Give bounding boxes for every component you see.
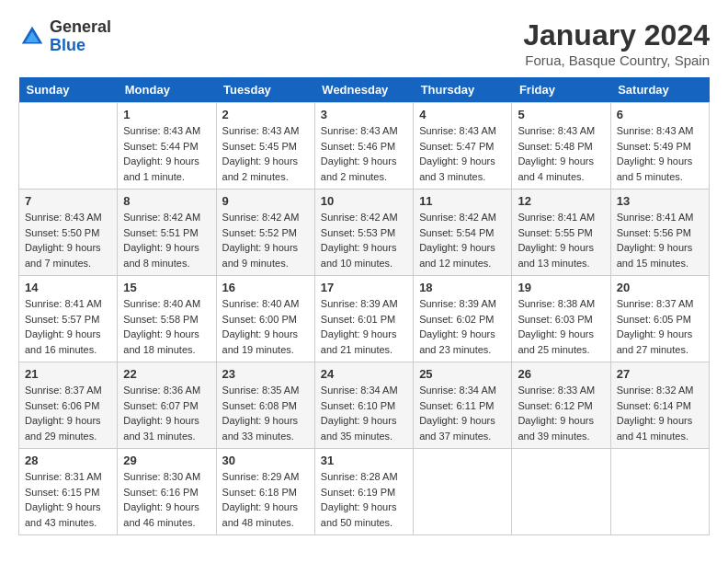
day-header-thursday: Thursday xyxy=(414,77,512,103)
week-row-1: 1 Sunrise: 8:43 AMSunset: 5:44 PMDayligh… xyxy=(19,103,710,190)
day-cell: 21 Sunrise: 8:37 AMSunset: 6:06 PMDaylig… xyxy=(19,362,118,449)
week-row-5: 28 Sunrise: 8:31 AMSunset: 6:15 PMDaylig… xyxy=(19,449,710,535)
day-number: 27 xyxy=(617,367,703,381)
day-cell: 30 Sunrise: 8:29 AMSunset: 6:18 PMDaylig… xyxy=(216,449,314,535)
cell-content: Sunrise: 8:42 AMSunset: 5:52 PMDaylight:… xyxy=(222,212,300,269)
day-cell: 26 Sunrise: 8:33 AMSunset: 6:12 PMDaylig… xyxy=(512,362,610,449)
day-cell: 11 Sunrise: 8:42 AMSunset: 5:54 PMDaylig… xyxy=(414,190,512,276)
day-number: 5 xyxy=(518,108,604,121)
logo-text: General Blue xyxy=(50,18,111,55)
cell-content: Sunrise: 8:31 AMSunset: 6:15 PMDaylight:… xyxy=(25,471,102,528)
header-row: SundayMondayTuesdayWednesdayThursdayFrid… xyxy=(19,77,710,103)
day-cell: 29 Sunrise: 8:30 AMSunset: 6:16 PMDaylig… xyxy=(118,449,216,535)
cell-content: Sunrise: 8:43 AMSunset: 5:47 PMDaylight:… xyxy=(419,125,496,182)
cell-content: Sunrise: 8:35 AMSunset: 6:08 PMDaylight:… xyxy=(222,385,300,442)
day-cell: 12 Sunrise: 8:41 AMSunset: 5:55 PMDaylig… xyxy=(512,190,610,276)
day-cell: 20 Sunrise: 8:37 AMSunset: 6:05 PMDaylig… xyxy=(610,276,709,362)
cell-content: Sunrise: 8:42 AMSunset: 5:54 PMDaylight:… xyxy=(419,212,496,269)
day-number: 18 xyxy=(419,281,506,294)
cell-content: Sunrise: 8:38 AMSunset: 6:03 PMDaylight:… xyxy=(518,298,595,355)
day-number: 12 xyxy=(518,194,604,208)
day-number: 28 xyxy=(25,454,111,467)
day-number: 13 xyxy=(617,194,703,208)
day-number: 16 xyxy=(222,281,309,294)
day-number: 25 xyxy=(419,367,506,381)
page-header: General Blue January 2024 Forua, Basque … xyxy=(18,18,710,68)
day-cell: 4 Sunrise: 8:43 AMSunset: 5:47 PMDayligh… xyxy=(414,103,512,190)
day-number: 9 xyxy=(222,194,309,208)
cell-content: Sunrise: 8:40 AMSunset: 5:58 PMDaylight:… xyxy=(123,298,200,355)
day-cell: 14 Sunrise: 8:41 AMSunset: 5:57 PMDaylig… xyxy=(19,276,118,362)
day-number: 10 xyxy=(321,194,407,208)
day-cell: 27 Sunrise: 8:32 AMSunset: 6:14 PMDaylig… xyxy=(610,362,709,449)
cell-content: Sunrise: 8:43 AMSunset: 5:50 PMDaylight:… xyxy=(25,212,102,269)
day-number: 4 xyxy=(419,108,506,121)
day-cell: 17 Sunrise: 8:39 AMSunset: 6:01 PMDaylig… xyxy=(314,276,413,362)
day-header-sunday: Sunday xyxy=(19,77,118,103)
day-number: 22 xyxy=(123,367,210,381)
cell-content: Sunrise: 8:37 AMSunset: 6:06 PMDaylight:… xyxy=(25,385,102,442)
title-block: January 2024 Forua, Basque Country, Spai… xyxy=(523,18,710,68)
week-row-3: 14 Sunrise: 8:41 AMSunset: 5:57 PMDaylig… xyxy=(19,276,710,362)
day-cell xyxy=(512,449,610,535)
logo-icon xyxy=(18,23,46,51)
day-cell: 7 Sunrise: 8:43 AMSunset: 5:50 PMDayligh… xyxy=(19,190,118,276)
day-cell: 5 Sunrise: 8:43 AMSunset: 5:48 PMDayligh… xyxy=(512,103,610,190)
cell-content: Sunrise: 8:43 AMSunset: 5:49 PMDaylight:… xyxy=(617,125,694,182)
month-title: January 2024 xyxy=(523,18,710,52)
day-cell: 24 Sunrise: 8:34 AMSunset: 6:10 PMDaylig… xyxy=(314,362,413,449)
day-cell: 9 Sunrise: 8:42 AMSunset: 5:52 PMDayligh… xyxy=(216,190,314,276)
day-header-wednesday: Wednesday xyxy=(314,77,413,103)
day-cell: 31 Sunrise: 8:28 AMSunset: 6:19 PMDaylig… xyxy=(314,449,413,535)
day-cell xyxy=(414,449,512,535)
cell-content: Sunrise: 8:36 AMSunset: 6:07 PMDaylight:… xyxy=(123,385,200,442)
cell-content: Sunrise: 8:41 AMSunset: 5:56 PMDaylight:… xyxy=(617,212,694,269)
day-cell: 23 Sunrise: 8:35 AMSunset: 6:08 PMDaylig… xyxy=(216,362,314,449)
day-cell: 18 Sunrise: 8:39 AMSunset: 6:02 PMDaylig… xyxy=(414,276,512,362)
day-number: 31 xyxy=(321,454,407,467)
day-header-tuesday: Tuesday xyxy=(216,77,314,103)
cell-content: Sunrise: 8:39 AMSunset: 6:01 PMDaylight:… xyxy=(321,298,398,355)
day-number: 7 xyxy=(25,194,111,208)
logo: General Blue xyxy=(18,18,111,55)
day-cell: 16 Sunrise: 8:40 AMSunset: 6:00 PMDaylig… xyxy=(216,276,314,362)
day-cell: 2 Sunrise: 8:43 AMSunset: 5:45 PMDayligh… xyxy=(216,103,314,190)
day-number: 26 xyxy=(518,367,604,381)
day-header-friday: Friday xyxy=(512,77,610,103)
calendar-table: SundayMondayTuesdayWednesdayThursdayFrid… xyxy=(18,77,710,535)
day-cell: 28 Sunrise: 8:31 AMSunset: 6:15 PMDaylig… xyxy=(19,449,118,535)
cell-content: Sunrise: 8:42 AMSunset: 5:51 PMDaylight:… xyxy=(123,212,200,269)
day-number: 17 xyxy=(321,281,407,294)
day-number: 20 xyxy=(617,281,703,294)
cell-content: Sunrise: 8:33 AMSunset: 6:12 PMDaylight:… xyxy=(518,385,595,442)
day-number: 2 xyxy=(222,108,309,121)
cell-content: Sunrise: 8:41 AMSunset: 5:57 PMDaylight:… xyxy=(25,298,102,355)
cell-content: Sunrise: 8:43 AMSunset: 5:44 PMDaylight:… xyxy=(123,125,200,182)
week-row-2: 7 Sunrise: 8:43 AMSunset: 5:50 PMDayligh… xyxy=(19,190,710,276)
cell-content: Sunrise: 8:28 AMSunset: 6:19 PMDaylight:… xyxy=(321,471,398,528)
day-cell: 13 Sunrise: 8:41 AMSunset: 5:56 PMDaylig… xyxy=(610,190,709,276)
day-cell: 25 Sunrise: 8:34 AMSunset: 6:11 PMDaylig… xyxy=(414,362,512,449)
day-number: 19 xyxy=(518,281,604,294)
day-number: 14 xyxy=(25,281,111,294)
cell-content: Sunrise: 8:37 AMSunset: 6:05 PMDaylight:… xyxy=(617,298,694,355)
cell-content: Sunrise: 8:30 AMSunset: 6:16 PMDaylight:… xyxy=(123,471,200,528)
cell-content: Sunrise: 8:29 AMSunset: 6:18 PMDaylight:… xyxy=(222,471,300,528)
cell-content: Sunrise: 8:43 AMSunset: 5:45 PMDaylight:… xyxy=(222,125,300,182)
cell-content: Sunrise: 8:40 AMSunset: 6:00 PMDaylight:… xyxy=(222,298,300,355)
location: Forua, Basque Country, Spain xyxy=(523,52,710,68)
day-header-saturday: Saturday xyxy=(610,77,709,103)
day-number: 8 xyxy=(123,194,210,208)
day-number: 6 xyxy=(617,108,703,121)
cell-content: Sunrise: 8:42 AMSunset: 5:53 PMDaylight:… xyxy=(321,212,398,269)
day-number: 30 xyxy=(222,454,309,467)
day-cell: 8 Sunrise: 8:42 AMSunset: 5:51 PMDayligh… xyxy=(118,190,216,276)
day-number: 15 xyxy=(123,281,210,294)
cell-content: Sunrise: 8:43 AMSunset: 5:48 PMDaylight:… xyxy=(518,125,595,182)
day-number: 1 xyxy=(123,108,210,121)
day-number: 23 xyxy=(222,367,309,381)
day-cell: 15 Sunrise: 8:40 AMSunset: 5:58 PMDaylig… xyxy=(118,276,216,362)
day-number: 29 xyxy=(123,454,210,467)
cell-content: Sunrise: 8:43 AMSunset: 5:46 PMDaylight:… xyxy=(321,125,398,182)
day-number: 21 xyxy=(25,367,111,381)
